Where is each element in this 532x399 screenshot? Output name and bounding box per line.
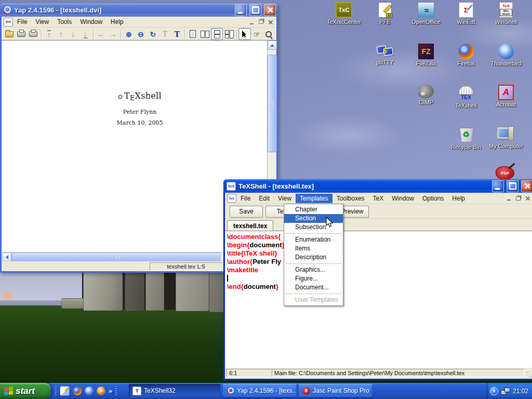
minimize-button[interactable]	[492, 180, 504, 192]
hand-tool-icon[interactable]: ☞	[251, 28, 263, 40]
menu-window[interactable]: Window	[388, 194, 418, 203]
menu-templates[interactable]: Templates	[296, 194, 332, 203]
desktop-icon-pfe[interactable]: PFE	[364, 2, 406, 25]
mdi-minimize-icon[interactable]	[505, 195, 513, 202]
maximize-button[interactable]	[507, 180, 518, 192]
print-icon[interactable]	[15, 28, 27, 40]
last-page-icon[interactable]: ↓	[79, 28, 91, 40]
view-continuous-icon[interactable]	[211, 28, 223, 40]
print-setup-icon[interactable]	[28, 28, 39, 40]
desktop-icon-texniccenter[interactable]: TxCTeXnicCenter	[323, 2, 365, 25]
show-desktop-icon[interactable]	[60, 386, 70, 396]
next-page-icon[interactable]: ↓	[67, 28, 79, 40]
tray-collapse-chevron-icon[interactable]: ‹	[490, 387, 498, 395]
mdi-restore-icon[interactable]	[257, 19, 265, 25]
desktop-icon-recyclebin[interactable]: ♻Recycle Bin	[445, 126, 487, 150]
desktop-icon-acrobat[interactable]: AAcrobat	[485, 85, 527, 108]
template-item-items[interactable]: Items	[284, 244, 343, 253]
menu-file[interactable]: File	[236, 194, 255, 203]
edit-source-icon[interactable]: T	[159, 28, 171, 40]
desktop-icon-openoffice[interactable]: ≈OpenOffice	[405, 2, 447, 25]
desktop-icon-putty[interactable]: ϟpuTTY	[364, 44, 406, 65]
texshell-doc-icon[interactable]: TeX	[227, 194, 236, 203]
template-item-description[interactable]: Description	[284, 253, 343, 262]
horizontal-scroll-thumb[interactable]	[11, 252, 220, 262]
desktop-icon-filezilla[interactable]: FZFileZilla	[405, 44, 447, 66]
refresh-icon[interactable]: ↻	[147, 28, 159, 40]
menu-toolboxes[interactable]: Toolboxes	[332, 194, 369, 203]
first-page-icon[interactable]: ↑	[43, 28, 55, 40]
desktop-icon-winedt[interactable]: ΣWinEdt	[445, 2, 487, 25]
template-item-user-templates[interactable]: User Templates	[284, 296, 343, 304]
vertical-scroll-thumb[interactable]	[268, 55, 277, 152]
menu-view[interactable]: View	[274, 194, 296, 203]
network-icon[interactable]	[501, 387, 510, 395]
menu-edit[interactable]: Edit	[255, 194, 274, 203]
forward-icon[interactable]: →	[107, 28, 119, 40]
taskbar-clock[interactable]: 21:02	[513, 388, 528, 395]
view-facing-icon[interactable]	[199, 28, 211, 40]
resize-grip[interactable]	[526, 371, 532, 378]
pointer-tool-icon[interactable]	[238, 28, 250, 40]
source-link-marker-icon	[118, 95, 123, 99]
media-player-icon[interactable]	[97, 387, 105, 395]
tab-texshell-tex[interactable]: texshell.tex	[227, 220, 273, 232]
texshell-task-icon: T	[132, 387, 141, 395]
texshell-titlebar[interactable]: TeX TeXShell - [texshell.tex]	[223, 179, 532, 193]
desktop-icon-winshell[interactable]: TeXWinShell	[485, 2, 527, 25]
taskbar-button-yap[interactable]: Yap 2.4.1596 - [texs...	[223, 384, 297, 397]
template-item-section[interactable]: Section	[284, 214, 343, 223]
open-file-icon[interactable]	[3, 28, 15, 40]
mdi-minimize-icon[interactable]	[248, 19, 256, 25]
template-item-graphics[interactable]: Graphics...	[284, 265, 343, 274]
desktop-icon-psp[interactable]: PSP	[484, 166, 526, 181]
save-button[interactable]: Save	[230, 206, 263, 218]
maximize-button[interactable]	[249, 4, 261, 16]
dvi-document-icon[interactable]: DVI	[4, 18, 13, 26]
prev-page-icon[interactable]: ↑	[55, 28, 67, 40]
text-mode-icon[interactable]: T	[171, 28, 183, 40]
minimize-button[interactable]	[235, 4, 247, 16]
desktop-icon-mycomputer[interactable]: My Computer	[485, 126, 527, 149]
code-editor[interactable]: \documentclass{\begin{document}\title{\T…	[225, 231, 532, 368]
start-button[interactable]: start	[0, 383, 51, 399]
quick-launch-overflow-icon[interactable]: »	[109, 387, 112, 395]
close-button[interactable]	[264, 4, 276, 16]
menu-tools[interactable]: Tools	[53, 17, 76, 26]
taskbar-button-psp[interactable]: 8Jasc Paint Shop Pro	[299, 384, 373, 397]
mdi-restore-icon[interactable]	[514, 195, 522, 202]
mdi-close-icon[interactable]	[267, 19, 274, 25]
menu-help[interactable]: Help	[107, 17, 128, 26]
template-item-chapter[interactable]: Chapter	[284, 205, 343, 214]
desktop-icon-thunderbird[interactable]: Thunderbird	[485, 44, 527, 66]
menu-view[interactable]: View	[31, 17, 53, 26]
zoom-out-icon[interactable]: ⊖	[135, 28, 147, 40]
menu-file[interactable]: File	[13, 17, 31, 26]
menu-options[interactable]: Options	[418, 194, 448, 203]
firefox-icon[interactable]	[73, 387, 82, 395]
scroll-left-button[interactable]	[2, 252, 11, 262]
thunderbird-icon[interactable]	[85, 387, 94, 395]
toolbar-drag-handle[interactable]	[55, 386, 57, 396]
view-continuous-facing-icon[interactable]	[223, 28, 235, 40]
template-item-document[interactable]: Document...	[284, 283, 343, 292]
zoom-in-icon[interactable]: ⊕	[123, 28, 135, 40]
scroll-up-button[interactable]	[268, 41, 277, 50]
template-item-enumeration[interactable]: Enumeration	[284, 235, 343, 244]
desktop-icon-gimp[interactable]: GIMP	[405, 85, 447, 105]
menu-tex[interactable]: TeX	[369, 194, 388, 203]
back-icon[interactable]: ←	[95, 28, 107, 40]
yap-titlebar[interactable]: Yap 2.4.1596 - [texshell.dvi]	[0, 3, 278, 17]
taskbar-button-texshell[interactable]: TTeXShell32	[129, 384, 220, 397]
menu-help[interactable]: Help	[448, 194, 469, 203]
template-item-figure[interactable]: Figure...	[284, 274, 343, 283]
toolbar-drag-handle[interactable]	[115, 386, 117, 396]
magnifier-tool-icon[interactable]	[263, 28, 275, 40]
template-item-subsection[interactable]: Subsection	[284, 223, 343, 232]
desktop-icon-firefox[interactable]: Firefox	[445, 44, 487, 66]
mdi-close-icon[interactable]	[524, 195, 531, 202]
close-button[interactable]	[521, 180, 532, 192]
menu-window[interactable]: Window	[76, 17, 107, 26]
desktop-icon-texshell[interactable]: TEXTeXshell	[445, 85, 487, 109]
view-single-icon[interactable]	[187, 28, 198, 40]
